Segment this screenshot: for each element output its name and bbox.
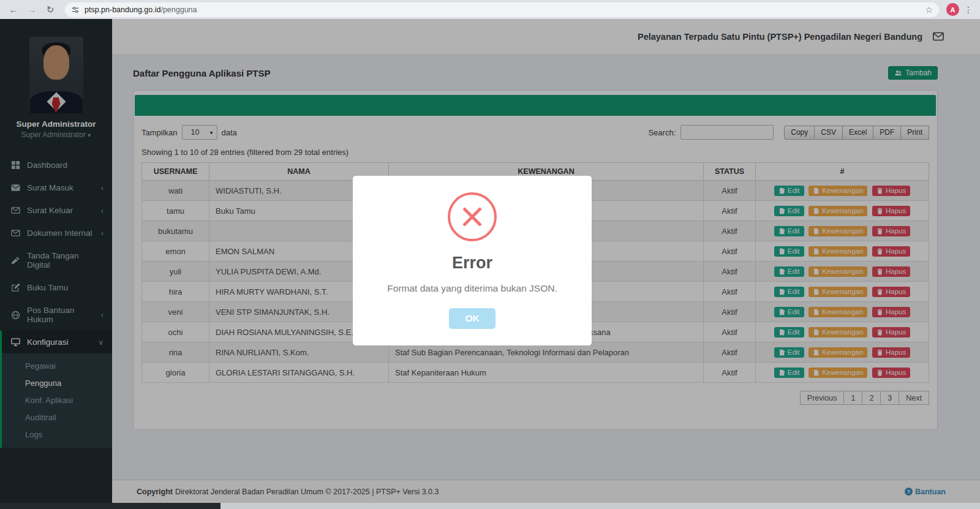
browser-profile-avatar[interactable]: A <box>946 3 959 16</box>
horizontal-scrollbar[interactable] <box>0 503 980 509</box>
site-info-icon[interactable] <box>71 6 80 14</box>
bookmark-star-icon[interactable]: ☆ <box>925 5 933 15</box>
browser-toolbar: ← → ↻ ptsp.pn-bandung.go.id/pengguna ☆ A… <box>0 0 980 19</box>
error-title: Error <box>365 254 579 273</box>
ok-button[interactable]: OK <box>449 308 495 329</box>
forward-icon[interactable]: → <box>24 4 39 15</box>
reload-icon[interactable]: ↻ <box>43 4 58 15</box>
scrollbar-thumb[interactable] <box>0 503 221 509</box>
address-bar[interactable]: ptsp.pn-bandung.go.id/pengguna ☆ <box>65 2 939 17</box>
url-text: ptsp.pn-bandung.go.id/pengguna <box>85 6 920 14</box>
error-icon <box>448 192 497 241</box>
error-dialog: Error Format data yang diterima bukan JS… <box>353 176 592 345</box>
back-icon[interactable]: ← <box>6 4 21 15</box>
error-message: Format data yang diterima bukan JSON. <box>365 283 579 294</box>
browser-menu-icon[interactable]: ⋮ <box>963 5 974 15</box>
